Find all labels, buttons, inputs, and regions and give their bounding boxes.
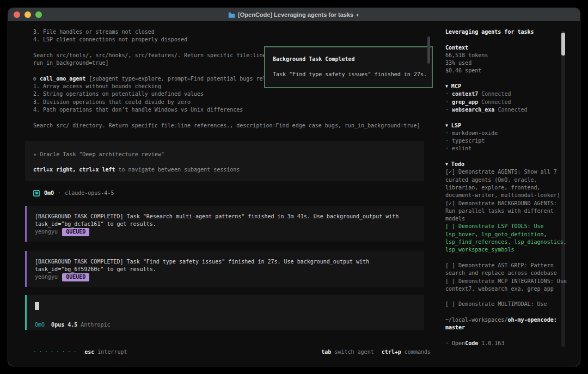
main-scrollbar-thumb[interactable] (427, 36, 430, 64)
lsp-header[interactable]: ▼ LSP (445, 122, 569, 130)
input-model-row: OmO Opus 4.5 Anthropic (27, 321, 424, 329)
tab-key-action: switch agent (331, 349, 373, 355)
window-title-text: [OpenCode] Leveraging agents for tasks (238, 11, 353, 18)
app-version: 1.0.163 (478, 340, 504, 346)
ctrlp-key-hint: ctrl+p (382, 349, 401, 355)
mcp-item: · grep_app Connected (445, 99, 569, 106)
folder-icon (228, 12, 235, 18)
todo-item: [ ] Demonstrate AST-GREP: Pattern search… (445, 262, 569, 278)
workspace-info: ~/local-workspaces/oh-my-opencode: maste… (445, 316, 569, 332)
queued-badge: QUEUED (62, 273, 89, 281)
tool-call-line: 2. String operations on potentially unde… (25, 90, 431, 98)
mcp-header[interactable]: ▼ MCP (445, 83, 569, 90)
agent-model: claude-opus-4-5 (65, 189, 114, 198)
session-title: Leveraging agents for tasks (445, 28, 569, 36)
lsp-item: · markdown-oxide (445, 130, 569, 137)
oracle-task-hint: ctrl+x right, ctrl+x left to navigate be… (25, 166, 424, 174)
prompt-input[interactable]: OmO Opus 4.5 Anthropic (25, 295, 424, 330)
todo-item: [✓] Demonstrate AGENTS: Show all 7 curat… (445, 168, 569, 199)
todo-header[interactable]: ▼ Todo (445, 161, 569, 168)
tool-call-name: call_omo_agent (40, 76, 85, 82)
context-spent: $0.46 spent (445, 67, 569, 75)
notification-title: Background Task Completed (273, 56, 424, 63)
mcp-section: ▼ MCP · context7 Connected · grep_app Co… (445, 83, 569, 114)
bullet-icon: · (445, 107, 449, 113)
sidebar: Leveraging agents for tasks Context 66,5… (445, 21, 569, 347)
status-bar: ········esc interrupt tab switch agentct… (25, 348, 431, 356)
background-task-message: [BACKGROUND TASK COMPLETED] Task "Resear… (25, 206, 424, 242)
active-agent-label: OmO (35, 322, 45, 328)
gear-icon: ⚙ (33, 76, 36, 82)
context-header: Context (445, 44, 569, 52)
notification-toast[interactable]: Background Task Completed Task "Find typ… (264, 46, 433, 88)
status-bar-left: ········esc interrupt (33, 348, 127, 356)
context-tokens: 66,518 tokens (445, 52, 569, 59)
output-line: 4. LSP client connections not properly d… (25, 36, 431, 44)
title-bar: [OpenCode] Leveraging agents for tasks ◐ (8, 8, 580, 21)
zoom-window-button[interactable] (35, 11, 42, 18)
progress-dots: ········ (33, 349, 79, 355)
todo-section: ▼ Todo [✓] Demonstrate AGENTS: Show all … (445, 161, 569, 309)
bullet-icon: · (445, 340, 449, 346)
window-content: 3. File handles or streams not closed 4.… (8, 21, 580, 366)
username: yeongyu (35, 274, 58, 280)
minimize-window-button[interactable] (24, 11, 31, 18)
workspace-repo: oh-my-opencode: (507, 317, 556, 323)
task-message-line: [BACKGROUND TASK COMPLETED] Task "Find t… (27, 258, 424, 266)
bullet-icon: · (445, 99, 449, 105)
bullet-icon: · (445, 138, 449, 144)
app-window: [OpenCode] Leveraging agents for tasks ◐… (8, 8, 580, 366)
oracle-task-card: ✳ Oracle Task "Deep architecture review"… (25, 141, 424, 181)
esc-key-hint: esc (84, 349, 94, 355)
tool-call-line: 3. Division operations that could divide… (25, 99, 431, 106)
separator-dot: · (58, 189, 61, 198)
queued-badge: QUEUED (62, 228, 89, 236)
bullet-icon: · (445, 145, 449, 151)
tool-call-line: Search src/ directory. Return specific f… (25, 122, 431, 130)
background-task-message: [BACKGROUND TASK COMPLETED] Task "Find t… (25, 251, 424, 287)
version-line: · OpenCode 1.0.163 (445, 340, 569, 347)
chevron-down-icon: ▼ (445, 123, 448, 128)
tab-key-hint: tab (321, 349, 331, 355)
close-window-button[interactable] (14, 11, 20, 18)
mcp-item: · context7 Connected (445, 90, 569, 98)
oracle-task-title: ✳ Oracle Task "Deep architecture review" (25, 151, 424, 158)
agent-header-line: OmO · claude-opus-4-5 (25, 189, 431, 198)
traffic-lights (14, 8, 42, 21)
mcp-item: · websearch_exa Connected (445, 106, 569, 114)
task-message-line: task_id="bg_6f59260c" to get results. (27, 266, 424, 273)
workspace-path: ~/local-workspaces/ (445, 317, 507, 323)
username: yeongyu (35, 229, 58, 235)
lsp-section: ▼ LSP · markdown-oxide · typescript · es… (445, 122, 569, 153)
ctrlp-key-action: commands (401, 349, 431, 355)
agent-name: OmO (44, 189, 54, 198)
tool-call-line: 4. Path operations that don't handle Win… (25, 106, 431, 114)
task-message-meta: yeongyuQUEUED (27, 228, 424, 236)
todo-item: [✓] Demonstrate BACKGROUND AGENTS: Run p… (445, 200, 569, 223)
bullet-icon: · (445, 91, 449, 97)
asterisk-icon: ✳ (33, 151, 40, 157)
lsp-item: · eslint (445, 145, 569, 152)
notification-body: Task "Find type safety issues" finished … (273, 71, 424, 78)
tool-call-line (25, 114, 431, 121)
context-section: Context 66,518 tokens 33% used $0.46 spe… (445, 44, 569, 75)
output-line: 3. File handles or streams not closed (25, 28, 431, 36)
todo-item-active: [ ] Demonstrate LSP TOOLS: Use lsp_hover… (445, 223, 569, 254)
lsp-item: · typescript (445, 137, 569, 145)
task-message-line: task_id="bg_dcfac161" to get results. (27, 220, 424, 228)
task-message-meta: yeongyuQUEUED (27, 273, 424, 281)
half-circle-icon: ◐ (356, 11, 360, 18)
todo-item: [ ] Demonstrate MULTIMODAL: Use (445, 301, 569, 308)
chevron-down-icon: ▼ (445, 162, 448, 167)
bullet-icon: · (445, 130, 449, 136)
active-model-label: Opus 4.5 (51, 322, 77, 328)
task-message-line: [BACKGROUND TASK COMPLETED] Task "Resear… (27, 213, 424, 220)
input-cursor-row[interactable] (27, 302, 424, 310)
provider-label: Anthropic (81, 322, 110, 328)
esc-key-action: interrupt (94, 349, 127, 355)
window-title: [OpenCode] Leveraging agents for tasks ◐ (228, 11, 360, 18)
agent-checkbox-icon (33, 190, 40, 197)
git-branch: master (445, 324, 569, 332)
status-bar-right: tab switch agentctrl+p commands (321, 348, 431, 356)
brand-name: Open (452, 340, 465, 346)
